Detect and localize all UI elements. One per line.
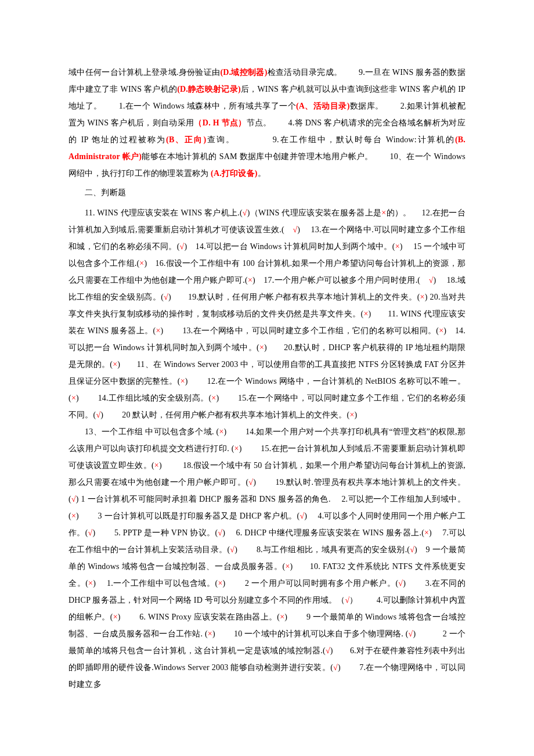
gap: [373, 152, 390, 161]
mark-cross: ×: [113, 613, 118, 621]
mark-cross: ×: [349, 411, 354, 419]
mark-check: √: [429, 276, 434, 285]
text: )（WINS 代理应该安装在服务器上是: [247, 208, 382, 217]
mark-check: √: [248, 478, 253, 487]
mark-check: √: [71, 495, 76, 503]
text: ) 14.可以把一台 Windows 计算机同时加人到两个域中。(: [184, 242, 395, 251]
text: ) 6. WINS Proxy 应该安装在路由器上。(: [118, 613, 280, 621]
paragraph-1: 域中任何一台计算机上登录域.身份验证由(D.域控制器)检查活动目录完成。 9.一…: [68, 64, 466, 182]
text: 查询。: [206, 135, 235, 144]
text: 11. WINS 代理应该安装在 WINS 客户机上.(: [85, 208, 243, 217]
mark-cross: ×: [285, 562, 290, 571]
mark-cross: ×: [395, 242, 400, 251]
text: 检查活动目录完成。: [268, 68, 342, 77]
text: ) 2 一个用户可以同时拥有多个用户帐户。(: [223, 579, 399, 588]
text: 1.在一个 Windows 域森林中，所有域共享了一个: [119, 102, 296, 110]
mark-cross: ×: [88, 579, 93, 588]
text: ) 19.默认时，任何用户帐户都有权共享本地计算机上的文件夹。(: [168, 293, 420, 301]
text: ) 10 一个域中的计算机可以来自于多个物理网络. (: [212, 629, 409, 638]
text: ) 20 默认时，任何用户帐户都有权共享本地计算机上的文件夹。(: [100, 411, 349, 419]
text: ) 8.与工作组相比，域具有更高的安全级别.(: [234, 545, 410, 554]
gap: [272, 118, 288, 127]
answer-red: （D. H 节点）: [194, 118, 246, 127]
mark-cross: ×: [259, 343, 264, 352]
text: 节点。: [247, 118, 272, 127]
mark-cross: ×: [420, 293, 425, 301]
section-heading-2: 二、判断题: [68, 184, 466, 201]
mark-cross: ×: [234, 444, 239, 453]
gap: [102, 102, 119, 110]
document-page: 域中任何一台计算机上登录域.身份验证由(D.域控制器)检查活动目录完成。 9.一…: [0, 0, 534, 756]
paragraph-3: 13、一个工作组 中可以包含多个域. (×) 14.如果一个用户对一个共享打印机…: [68, 423, 466, 693]
answer-red: (A.打印设备): [211, 169, 258, 178]
answer-red: (D.域控制器): [220, 68, 267, 77]
text: 13、一个工作组 中可以包含多个域. (: [85, 427, 219, 436]
text: 域中任何一台计算机上登录域.身份验证由: [68, 68, 220, 77]
mark-check: √: [243, 208, 247, 217]
mark-cross: ×: [208, 629, 212, 638]
answer-red: (B、正向): [166, 135, 206, 144]
document-content: 域中任何一台计算机上登录域.身份验证由(D.域控制器)检查活动目录完成。 9.一…: [68, 64, 466, 693]
mark-cross: ×: [219, 427, 223, 436]
text: ) 17.一个用户帐户可以被多个用户同时使用.(: [252, 276, 429, 285]
mark-cross: ×: [424, 528, 429, 537]
text: 数据库。: [350, 102, 384, 110]
text: ) 13.在一个网络中，可以同时建立多个工作组，它们的名称可以相同。(: [160, 326, 439, 335]
gap: [342, 68, 359, 77]
gap: [384, 102, 400, 110]
gap: [235, 135, 272, 144]
text: ): [355, 411, 358, 419]
mark-cross: ×: [248, 276, 252, 285]
heading-text: 二、判断题: [85, 188, 126, 197]
text: ) 3 一台计算机可以既是打印服务器又是 DHCP 客户机。(: [76, 512, 300, 520]
mark-check: √: [333, 663, 338, 672]
answer-red: (A、活动目录): [296, 102, 350, 110]
mark-check: √: [218, 528, 222, 537]
answer-red: (D.静态映射记录): [177, 85, 241, 93]
text: 9.在工作组中，默认时每台 Window:计算机的: [273, 135, 455, 144]
mark-check: √: [164, 293, 168, 301]
text: ) 5. PPTP 是一种 VPN 协议。(: [92, 528, 218, 537]
text: ) 1.一个工作组中可以包含域。(: [93, 579, 218, 588]
text: ) 14.工作组比域的安全级别高。(: [76, 394, 211, 402]
text: ) 6. DHCP 中继代理服务应该安装在 WINS 服务器上.(: [222, 528, 424, 537]
mark-cross: ×: [181, 377, 185, 386]
mark-cross: ×: [71, 394, 76, 402]
text: 。: [258, 169, 266, 178]
text: 能够在本地计算机的 SAM 数据库中创建并管理木地用户帐户。: [142, 152, 373, 161]
mark-cross: ×: [154, 461, 159, 470]
paragraph-2: 11. WINS 代理应该安装在 WINS 客户机上.(√)（WINS 代理应该…: [68, 204, 466, 423]
mark-check: √: [326, 646, 330, 655]
mark-cross: ×: [71, 512, 76, 520]
mark-check: √: [230, 545, 234, 554]
mark-check: √: [410, 545, 414, 554]
mark-cross: ×: [218, 579, 222, 588]
